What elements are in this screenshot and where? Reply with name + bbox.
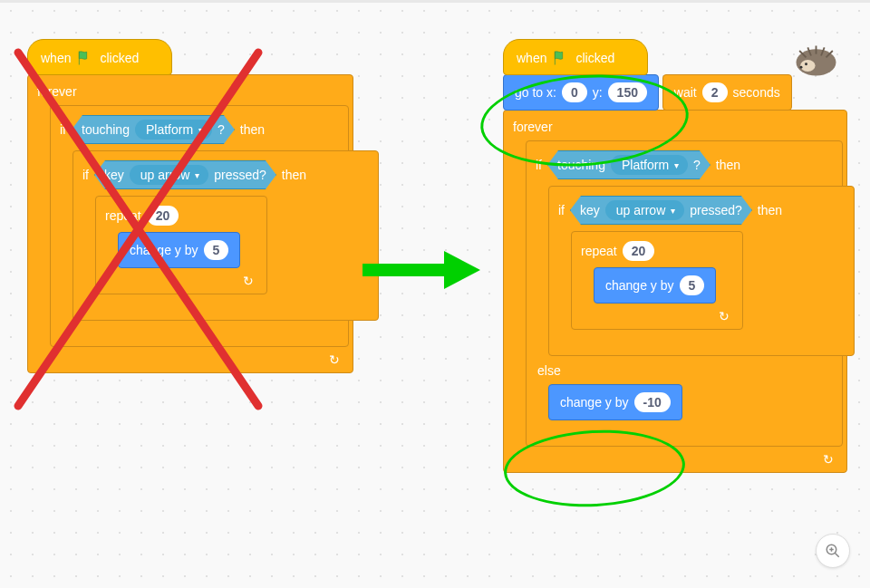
gotoy-input[interactable]: 150 (608, 82, 647, 102)
platform-option: Platform (146, 122, 193, 137)
change-y-block[interactable]: change y by 5 (118, 232, 240, 268)
gotox-label: go to x: (515, 85, 556, 100)
repeat-block[interactable]: repeat 20 change y by 5 (95, 196, 267, 294)
scratch-canvas: when clicked forever if touching Platfor… (0, 0, 870, 588)
if-touching-block[interactable]: if touching Platform ▾ ? then (50, 105, 349, 347)
repeat-block[interactable]: repeat 20 change y by 5 (571, 231, 743, 330)
if-label: if (60, 122, 66, 137)
if-label-2: if (558, 203, 565, 217)
repeat-input[interactable]: 20 (147, 206, 179, 226)
touching-label: touching (82, 122, 130, 137)
script-left: when clicked forever if touching Platfor… (27, 39, 353, 373)
chevron-down-icon: ▾ (671, 206, 675, 216)
repeat-label: repeat (105, 208, 141, 223)
uparrow-option: up arrow (616, 203, 665, 217)
seconds-label: seconds (733, 85, 780, 100)
forever-label: forever (37, 84, 77, 99)
chevron-down-icon: ▾ (195, 170, 199, 180)
when-flag-clicked-block[interactable]: when clicked (27, 39, 172, 75)
repeat-input[interactable]: 20 (623, 241, 655, 261)
script-right: when clicked go to x: 0 y: 150 wait 2 se… (503, 39, 847, 473)
change-y-else-block[interactable]: change y by -10 (548, 384, 682, 420)
changey-input[interactable]: 5 (204, 240, 229, 260)
hedgehog-sprite-icon (791, 41, 841, 77)
then-label: then (716, 158, 740, 172)
gotox-input[interactable]: 0 (562, 82, 587, 102)
loop-arrow-icon: ↻ (329, 352, 340, 367)
pressed-label: pressed? (690, 203, 742, 217)
key-pressed-reporter[interactable]: key up arrow ▾ pressed? (570, 196, 752, 225)
touching-dropdown[interactable]: Platform ▾ (135, 120, 212, 140)
svg-point-8 (800, 60, 815, 72)
chevron-down-icon: ▾ (198, 125, 203, 135)
platform-option: Platform (622, 158, 669, 172)
changey2-input[interactable]: -10 (634, 392, 671, 412)
chevron-down-icon: ▾ (674, 160, 679, 170)
gotoy-label: y: (593, 85, 603, 100)
zoom-in-button[interactable] (816, 534, 850, 568)
changey-input[interactable]: 5 (680, 275, 705, 295)
wait-label: wait (674, 85, 697, 100)
if-key-block[interactable]: if key up arrow ▾ pressed? then (548, 186, 855, 356)
if-label: if (536, 158, 542, 172)
forever-block[interactable]: forever if touching Platform ▾ ? (27, 74, 353, 373)
goto-xy-block[interactable]: go to x: 0 y: 150 (503, 74, 659, 111)
question-label: ? (218, 122, 225, 137)
green-flag-icon (552, 49, 570, 67)
forever-label: forever (513, 120, 553, 134)
key-label: key (580, 203, 600, 217)
hat-label: when (41, 51, 71, 65)
key-dropdown[interactable]: up arrow ▾ (130, 165, 208, 185)
when-flag-clicked-block[interactable]: when clicked (503, 39, 648, 75)
loop-arrow-icon: ↻ (823, 452, 834, 467)
else-label: else (537, 363, 561, 378)
green-arrow-icon (362, 247, 480, 295)
hat-label-2: clicked (100, 51, 139, 65)
hat-label: when (517, 51, 546, 65)
key-pressed-reporter[interactable]: key up arrow ▾ pressed? (94, 160, 276, 189)
forever-block[interactable]: forever if touching Platform ▾ ? (503, 110, 847, 473)
repeat-label: repeat (581, 244, 617, 258)
key-label: key (104, 168, 124, 182)
svg-point-10 (800, 66, 803, 69)
then-label-2: then (282, 168, 306, 182)
svg-point-9 (805, 63, 807, 65)
if-else-touching-block[interactable]: if touching Platform ▾ ? then (526, 140, 843, 447)
change-y-block[interactable]: change y by 5 (594, 267, 716, 304)
green-flag-icon (76, 49, 94, 67)
question-label: ? (693, 158, 701, 172)
then-label: then (240, 122, 265, 137)
changey-label: change y by (130, 243, 198, 257)
wait-input[interactable]: 2 (702, 82, 728, 102)
loop-arrow-icon: ↻ (243, 274, 254, 288)
changey-label: change y by (605, 278, 674, 293)
changey2-label: change y by (560, 395, 629, 410)
hat-label-2: clicked (575, 51, 614, 65)
touching-reporter[interactable]: touching Platform ▾ ? (547, 150, 710, 179)
pressed-label: pressed? (214, 168, 266, 182)
touching-dropdown[interactable]: Platform ▾ (611, 155, 688, 175)
wait-block[interactable]: wait 2 seconds (662, 74, 792, 111)
loop-arrow-icon: ↻ (719, 309, 730, 323)
touching-label: touching (557, 158, 605, 172)
if-key-block[interactable]: if key up arrow ▾ pressed? then (72, 150, 379, 321)
uparrow-option: up arrow (140, 168, 189, 182)
then-label-2: then (758, 203, 782, 217)
touching-reporter[interactable]: touching Platform ▾ ? (72, 115, 235, 144)
key-dropdown[interactable]: up arrow ▾ (605, 200, 684, 220)
svg-line-12 (835, 553, 839, 557)
if-label-2: if (82, 168, 89, 182)
